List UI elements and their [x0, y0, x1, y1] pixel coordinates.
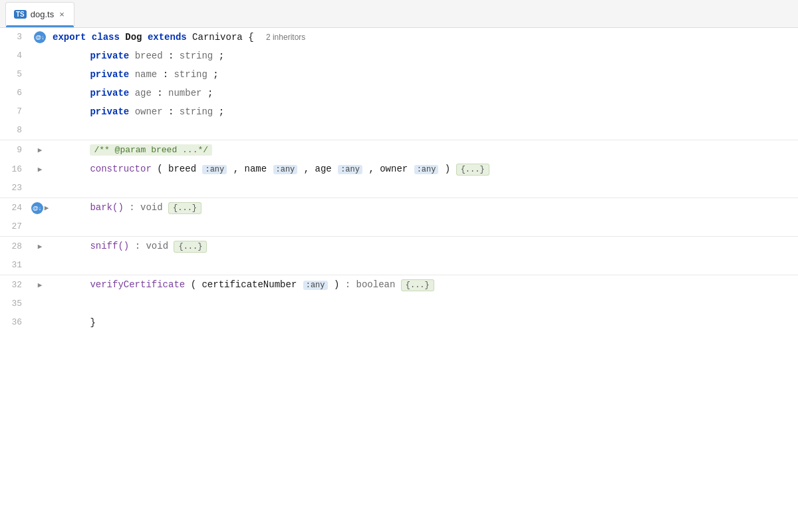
keyword-private-4: private: [90, 51, 129, 61]
folded-constructor[interactable]: {...}: [456, 164, 489, 176]
verify-return-type: boolean: [356, 279, 396, 290]
code-area[interactable]: 3 @↓ export class Dog extends Carnivora …: [0, 28, 798, 532]
line-content-31: [50, 256, 798, 275]
type-number-6: number: [168, 88, 201, 98]
line-content-28: sniff() : void {...}: [50, 237, 798, 256]
line-content-3: export class Dog extends Carnivora { 2 i…: [50, 28, 798, 47]
code-line-3: 3 @↓ export class Dog extends Carnivora …: [0, 28, 798, 47]
line-content-9: /** @param breed ...*/: [50, 140, 798, 160]
line-number-31: 31: [0, 256, 30, 275]
gutter-3[interactable]: @↓: [30, 31, 50, 43]
line-number-32: 32: [0, 276, 30, 295]
line-content-23: [50, 179, 798, 198]
param-breed: breed: [168, 164, 196, 174]
code-line-16: 16 ▶ constructor ( breed :any , name :an…: [0, 160, 798, 179]
impl-icon-3[interactable]: @↓: [34, 31, 46, 43]
tab-close-button[interactable]: ×: [58, 9, 66, 19]
param-cert-number: certificateNumber: [201, 279, 297, 290]
fold-arrow-16[interactable]: ▶: [38, 165, 43, 174]
editor-container: 3 @↓ export class Dog extends Carnivora …: [0, 28, 798, 532]
folded-sniff[interactable]: {...}: [174, 241, 207, 253]
line-number-35: 35: [0, 295, 30, 313]
sniff-return-type: void: [146, 241, 168, 251]
code-line-27: 27: [0, 217, 798, 236]
line-number-7: 7: [0, 102, 30, 121]
inheritors-badge: 2 inheritors: [266, 33, 305, 42]
line-number-28: 28: [0, 237, 30, 256]
line-number-23: 23: [0, 179, 30, 198]
fold-arrow-24[interactable]: ▶: [45, 203, 49, 212]
folded-bark[interactable]: {...}: [168, 202, 201, 214]
tab-dog-ts[interactable]: TS dog.ts ×: [5, 2, 74, 26]
keyword-private-6: private: [90, 88, 129, 98]
fold-arrow-9[interactable]: ▶: [38, 146, 43, 154]
gutter-16[interactable]: ▶: [30, 165, 50, 174]
line-content-6: private age : number ;: [50, 84, 798, 102]
code-line-9: 9 ▶ /** @param breed ...*/: [0, 140, 798, 160]
gutter-24[interactable]: @↓ ▶: [30, 202, 50, 214]
constructor-name: constructor: [90, 164, 151, 174]
class-name-dog: Dog: [125, 32, 142, 43]
code-line-32: 32 ▶ verifyCertificate ( certificateNumb…: [0, 275, 798, 295]
code-line-6: 6 private age : number ;: [0, 84, 798, 102]
param-type-age: :any: [338, 165, 362, 174]
keyword-private-5: private: [90, 69, 129, 80]
code-line-23: 23: [0, 179, 798, 198]
gutter-28[interactable]: ▶: [30, 242, 50, 251]
line-number-16: 16: [0, 160, 30, 179]
line-content-32: verifyCertificate ( certificateNumber :a…: [50, 275, 798, 295]
fold-arrow-28[interactable]: ▶: [38, 242, 43, 251]
comment-block-9: /** @param breed ...*/: [90, 144, 212, 156]
sniff-method: sniff(): [90, 241, 129, 251]
code-line-7: 7 private owner : string ;: [0, 102, 798, 121]
line-number-8: 8: [0, 121, 30, 140]
code-line-36: 36 }: [0, 313, 798, 332]
code-line-8: 8: [0, 121, 798, 140]
line-number-3: 3: [0, 28, 30, 47]
line-number-4: 4: [0, 47, 30, 65]
field-name: name: [135, 69, 158, 80]
line-content-5: private name : string ;: [50, 65, 798, 84]
line-number-36: 36: [0, 313, 30, 332]
folded-verify[interactable]: {...}: [401, 279, 434, 291]
type-string-4: string: [180, 51, 213, 61]
type-string-5: string: [174, 69, 207, 80]
keyword-extends: extends: [148, 32, 187, 43]
keyword-class: class: [92, 32, 120, 43]
code-line-24: 24 @↓ ▶ bark() : void {...}: [0, 198, 798, 217]
keyword-export: export: [53, 32, 86, 43]
gutter-9[interactable]: ▶: [30, 146, 50, 154]
field-age: age: [135, 88, 152, 98]
line-content-24: bark() : void {...}: [50, 198, 798, 217]
code-line-4: 4 private breed : string ;: [0, 47, 798, 65]
line-content-35: [50, 295, 798, 313]
line-content-8: [50, 121, 798, 140]
param-age: age: [315, 164, 332, 174]
param-type-owner: :any: [414, 165, 439, 174]
fold-arrow-32[interactable]: ▶: [38, 281, 43, 289]
impl-icon-24[interactable]: @↓: [31, 202, 43, 214]
line-content-36: }: [50, 313, 798, 332]
param-owner: owner: [380, 164, 408, 174]
sniff-return-sep: :: [135, 241, 140, 251]
param-name: name: [245, 164, 267, 174]
param-type-breed: :any: [202, 165, 227, 174]
closing-brace: }: [90, 317, 95, 328]
keyword-private-7: private: [90, 106, 129, 117]
param-type-cert: :any: [303, 281, 328, 290]
field-owner: owner: [135, 106, 163, 117]
verify-method: verifyCertificate: [90, 279, 185, 290]
gutter-32[interactable]: ▶: [30, 281, 50, 289]
line-number-5: 5: [0, 65, 30, 84]
line-content-27: [50, 217, 798, 236]
type-string-7: string: [180, 106, 213, 117]
line-content-4: private breed : string ;: [50, 47, 798, 65]
code-line-5: 5 private name : string ;: [0, 65, 798, 84]
parent-class-name: Carnivora: [192, 32, 243, 43]
code-line-28: 28 ▶ sniff() : void {...}: [0, 236, 798, 256]
line-number-9: 9: [0, 141, 30, 160]
ts-badge: TS: [14, 10, 27, 19]
verify-return-sep: :: [345, 279, 350, 290]
tab-bar: TS dog.ts ×: [0, 0, 798, 28]
tab-filename: dog.ts: [31, 9, 54, 19]
